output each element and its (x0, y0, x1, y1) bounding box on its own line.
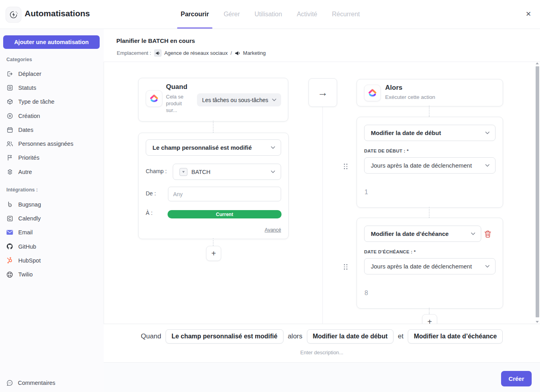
custom-field-dropdown[interactable]: BATCH (173, 164, 281, 180)
summary-and-word: et (398, 332, 403, 340)
tab-activite[interactable]: Activité (297, 0, 317, 29)
add-trigger-button[interactable]: + (206, 246, 221, 261)
sidebar-item-calendly[interactable]: Calendly (0, 211, 104, 225)
when-card: Quand Cela se produit sur... Les tâches … (138, 78, 288, 122)
chevron-down-icon (271, 146, 275, 149)
dates-icon (6, 126, 13, 133)
connector-line (429, 106, 430, 117)
automations-logo-icon (6, 7, 21, 23)
page-title: Automatisations (25, 9, 90, 18)
clickup-logo-icon (364, 85, 381, 101)
action-type-dropdown[interactable]: Modifier la date de début (364, 125, 496, 141)
sidebar-item-type-de-tache[interactable]: Type de tâche (0, 95, 104, 109)
chevron-down-icon (271, 170, 275, 173)
scroll-up-arrow[interactable] (536, 62, 539, 64)
sidebar-item-autre[interactable]: Autre (0, 165, 104, 179)
sidebar-item-github[interactable]: GitHub (0, 239, 104, 253)
integrations-heading: Intégrations : (0, 187, 104, 193)
trigger-target-dropdown[interactable]: Les tâches ou sous-tâches (197, 93, 281, 106)
connector-line (213, 121, 214, 133)
connector-line (213, 238, 214, 246)
email-icon (6, 229, 13, 236)
vertical-scrollbar (535, 62, 540, 323)
action-type-dropdown[interactable]: Modifier la date d’échéance (364, 226, 481, 242)
flow-arrow-card: → (309, 78, 337, 107)
delete-action-icon[interactable] (484, 230, 492, 238)
add-automation-button[interactable]: Ajouter une automatisation (3, 35, 100, 49)
when-title: Quand (166, 83, 187, 91)
summary-action-chip-2[interactable]: Modifier la date d’échéance (408, 329, 503, 344)
tab-bar: Parcourir Gérer Utilisation Activité Réc… (181, 0, 360, 29)
chevron-down-icon (485, 164, 490, 167)
sidebar-item-deplacer[interactable]: Déplacer (0, 67, 104, 81)
breadcrumb-folder[interactable]: Marketing (243, 50, 266, 56)
summary-trigger-chip[interactable]: Le champ personnalisé est modifié (166, 329, 284, 344)
to-value-pill[interactable]: Current (168, 210, 282, 218)
sidebar-item-creation[interactable]: Création (0, 109, 104, 123)
then-title: Alors (385, 84, 402, 92)
sidebar-item-dates[interactable]: Dates (0, 123, 104, 137)
drag-handle[interactable] (343, 263, 348, 271)
start-date-mode-dropdown[interactable]: Jours après la date de déclenchement (364, 157, 496, 174)
tab-parcourir[interactable]: Parcourir (181, 0, 209, 29)
tab-gerer[interactable]: Gérer (224, 0, 240, 29)
canvas-column-divider (322, 106, 323, 324)
when-subtitle: Cela se produit sur... (166, 93, 190, 114)
sidebar-item-twilio[interactable]: Twilio (0, 267, 104, 281)
sidebar-item-email[interactable]: Email (0, 226, 104, 239)
breadcrumb: Emplacement : Agence de réseaux sociaux … (117, 49, 266, 57)
trigger-card: Le champ personnalisé est modifié Champ … (138, 133, 289, 239)
due-date-label: DATE D’ÉCHÉANCE : * (364, 249, 416, 254)
close-icon[interactable]: ✕ (526, 10, 531, 18)
days-value[interactable]: 8 (364, 290, 368, 297)
integration-list: Bugsnag Calendly Email GitHub HubSpot Tw… (0, 197, 104, 282)
drag-handle[interactable] (343, 162, 348, 171)
scroll-down-arrow[interactable] (536, 321, 539, 323)
create-button[interactable]: Créer (501, 371, 532, 386)
modal-footer: Créer (104, 362, 540, 392)
days-value[interactable]: 1 (364, 189, 368, 196)
sidebar-item-bugsnag[interactable]: Bugsnag (0, 197, 104, 211)
sidebar-item-priorites[interactable]: Priorités (0, 151, 104, 165)
then-subtitle: Exécuter cette action (385, 94, 435, 100)
chevron-down-icon (272, 98, 276, 101)
chevron-down-icon (471, 232, 475, 235)
action-card-due-date: Modifier la date d’échéance DATE D’ÉCHÉA… (357, 218, 503, 309)
category-list: Déplacer Statuts Type de tâche Création … (0, 67, 104, 179)
start-date-label: DATE DE DÉBUT : * (364, 149, 409, 153)
automation-summary-bar: Quand Le champ personnalisé est modifié … (104, 324, 540, 363)
summary-action-chip-1[interactable]: Modifier la date de début (307, 329, 393, 344)
sidebar: Ajouter une automatisation Categories Dé… (0, 29, 104, 392)
assignees-icon (6, 141, 13, 147)
sidebar-item-personnes-assignees[interactable]: Personnes assignées (0, 137, 104, 151)
then-card: Alors Exécuter cette action (357, 79, 503, 106)
breadcrumb-space[interactable]: Agence de réseaux sociaux (164, 50, 228, 56)
from-label: De : (146, 190, 156, 197)
summary-then-word: alors (288, 332, 303, 340)
arrow-right-icon: → (318, 87, 328, 99)
automations-modal: Automatisations Parcourir Gérer Utilisat… (0, 0, 540, 392)
trigger-type-dropdown[interactable]: Le champ personnalisé est modifié (146, 139, 281, 156)
categories-heading: Categories (0, 57, 104, 62)
location-label: Emplacement : (117, 50, 151, 56)
comments-button[interactable]: Commentaires (6, 379, 55, 386)
hubspot-icon (6, 257, 13, 264)
advanced-link[interactable]: Avancé (265, 227, 281, 233)
description-input[interactable]: Enter description... (104, 350, 540, 355)
from-value-input[interactable] (168, 187, 281, 201)
scrollbar-thumb[interactable] (536, 66, 539, 317)
automation-title: Planifier le BATCH en cours (116, 37, 195, 44)
github-icon (6, 243, 13, 250)
priority-flag-icon (6, 154, 13, 161)
sidebar-item-statuts[interactable]: Statuts (0, 81, 104, 95)
automation-page-header: Planifier le BATCH en cours Emplacement … (104, 29, 540, 62)
sidebar-item-hubspot[interactable]: HubSpot (0, 253, 104, 267)
canvas-top-border (104, 62, 540, 62)
tab-recurrent[interactable]: Récurrent (332, 0, 360, 29)
tab-utilisation[interactable]: Utilisation (255, 0, 282, 29)
clickup-logo-icon (146, 90, 162, 107)
due-date-mode-dropdown[interactable]: Jours après la date de déclenchement (364, 258, 496, 274)
status-icon (6, 84, 13, 91)
twilio-icon (6, 271, 13, 278)
to-label: À : (146, 210, 152, 216)
